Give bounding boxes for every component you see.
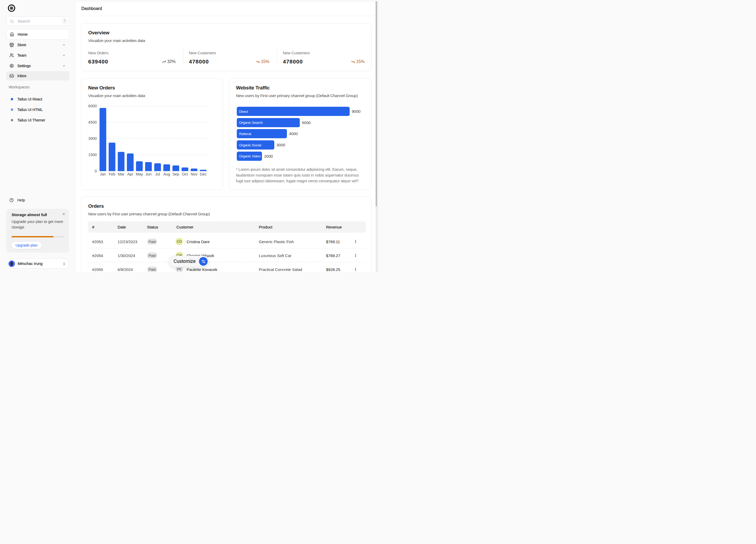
svg-text:Mar: Mar: [118, 172, 124, 176]
svg-text:6000: 6000: [88, 104, 97, 108]
svg-text:Sep: Sep: [172, 172, 179, 176]
svg-text:Oct: Oct: [182, 172, 188, 176]
svg-text:Dec: Dec: [200, 172, 207, 176]
svg-text:Jul: Jul: [155, 172, 160, 176]
svg-text:Jun: Jun: [145, 172, 151, 176]
svg-text:Apr: Apr: [127, 172, 133, 176]
svg-text:Aug: Aug: [163, 172, 170, 176]
svg-text:3000: 3000: [88, 136, 97, 141]
svg-text:0: 0: [95, 169, 97, 173]
svg-text:Nov: Nov: [191, 172, 198, 176]
svg-text:Feb: Feb: [109, 172, 115, 176]
svg-text:Jan: Jan: [100, 172, 106, 176]
svg-text:May: May: [136, 172, 143, 176]
svg-text:4500: 4500: [88, 120, 97, 124]
svg-text:1500: 1500: [88, 153, 97, 157]
